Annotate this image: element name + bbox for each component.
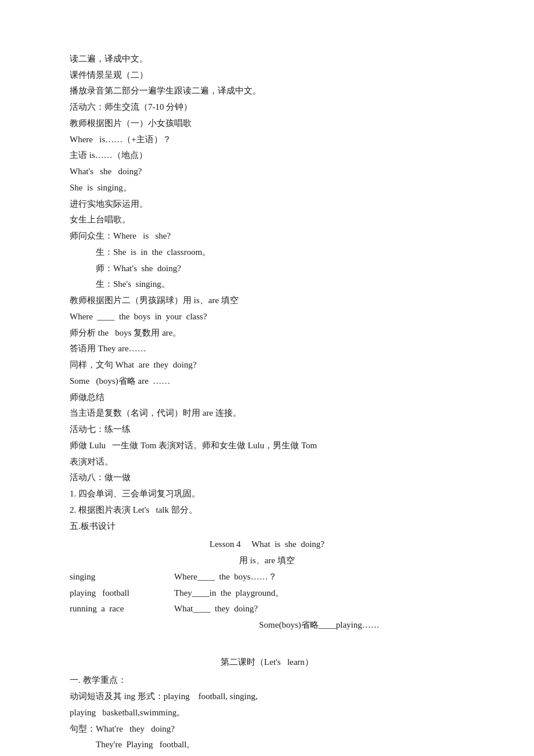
text-line: 主语 is……（地点） — [70, 147, 464, 164]
text-line-indent1: 生：She is in the classroom。 — [70, 244, 464, 261]
text-line-indent1: 师：What's she doing? — [70, 261, 464, 277]
text-line: 师做 Lulu 一生做 Tom 表演对话。师和女生做 Lulu，男生做 Tom — [70, 438, 464, 454]
board-subtitle: 用 is、are 填空 — [70, 553, 464, 569]
board-row-left: singing — [70, 569, 174, 585]
text-line: 句型：What're they doing? — [70, 721, 464, 737]
text-line: 进行实地实际运用。 — [70, 196, 464, 213]
text-line-indent1: 生：She's singing。 — [70, 276, 464, 293]
text-line: 表演对话。 — [70, 454, 464, 470]
board-row: playing footballThey____in the playgroun… — [70, 585, 464, 602]
text-line: What's she doing? — [70, 164, 464, 180]
text-line: 二、教学难点： — [70, 753, 464, 756]
text-line-indent1: They're Playing football。 — [70, 737, 464, 753]
text-line: 播放录音第二部分一遍学生跟读二遍，译成中文。 — [70, 83, 464, 99]
text-line: Where ____ the boys in your class? — [70, 309, 464, 325]
board-row: singingWhere____ the boys……？ — [70, 569, 464, 585]
text-line: 师问众生：Where is she? — [70, 228, 464, 244]
board-row-left: running a race — [70, 601, 174, 617]
text-line: 答语用 They are…… — [70, 341, 464, 357]
text-line: 2. 根据图片表演 Let's talk 部分。 — [70, 502, 464, 519]
text-line: 教师根据图片（一）小女孩唱歌 — [70, 116, 464, 132]
text-line: 读二遍，译成中文。 — [70, 51, 464, 67]
text-line: 教师根据图片二（男孩踢球）用 is、are 填空 — [70, 293, 464, 309]
text-line: 课件情景呈观（二） — [70, 67, 464, 84]
board-row-right: What____ they doing? — [174, 601, 464, 617]
board-row-right: Where____ the boys……？ — [174, 569, 464, 585]
text-line: 1. 四会单词、三会单词复习巩固。 — [70, 486, 464, 502]
text-line: playing basketball,swimming。 — [70, 705, 464, 721]
text-line: 活动八：做一做 — [70, 470, 464, 486]
section-title: 第二课时（Let's learn） — [70, 654, 464, 671]
text-line: She is singing。 — [70, 180, 464, 196]
document-content: 读二遍，译成中文。课件情景呈观（二）播放录音第二部分一遍学生跟读二遍，译成中文。… — [70, 35, 464, 756]
text-line: 五.板书设计 — [70, 519, 464, 535]
text-line: Where is……（+主语）？ — [70, 132, 464, 148]
board-row: running a raceWhat____ they doing? — [70, 601, 464, 617]
text-line: 师做总结 — [70, 390, 464, 406]
text-line: 活动六：师生交流（7-10 分钟） — [70, 99, 464, 116]
text-line: 女生上台唱歌。 — [70, 212, 464, 228]
text-line: 当主语是复数（名词，代词）时用 are 连接。 — [70, 405, 464, 422]
board-title: Lesson 4 What is she doing? — [70, 537, 464, 553]
text-line: Some (boys)省略 are …… — [70, 373, 464, 390]
board-row-right: They____in the playground。 — [174, 585, 464, 602]
text-line: 一. 教学重点： — [70, 672, 464, 689]
blank-line — [70, 633, 464, 650]
text-line: 师分析 the boys 复数用 are。 — [70, 325, 464, 341]
text-line: 活动七：练一练 — [70, 422, 464, 438]
text-line: 同样，文句 What are they doing? — [70, 357, 464, 373]
board-row-center: Some(boys)省略____playing…… — [70, 617, 464, 633]
text-line: 动词短语及其 ing 形式：playing football, singing, — [70, 689, 464, 705]
board-row-left: playing football — [70, 585, 174, 602]
